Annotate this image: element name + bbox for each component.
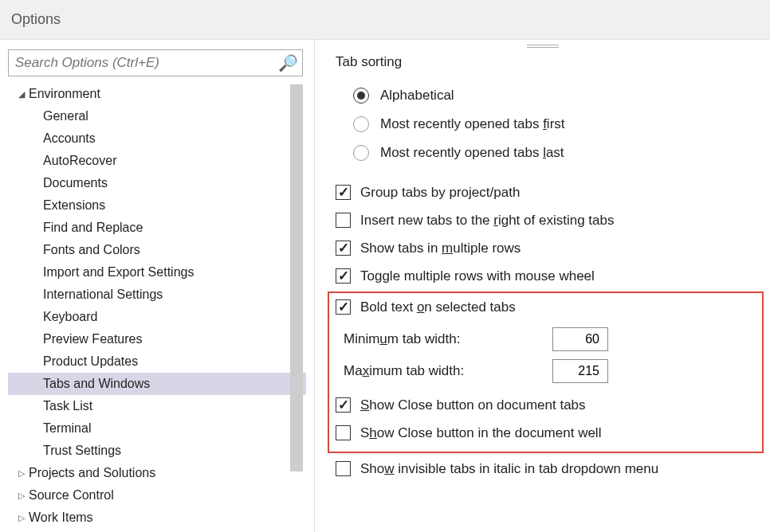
tree-item-label: Trust Settings <box>43 444 121 458</box>
tree-root-item[interactable]: ▷Work Items <box>8 507 306 522</box>
tree-item-label: Product Updates <box>43 354 138 369</box>
radio-button[interactable] <box>353 145 369 161</box>
tree-item-label: Fonts and Colors <box>43 243 140 257</box>
section-title-tab-sorting: Tab sorting <box>336 54 764 70</box>
resize-grip[interactable] <box>527 45 559 48</box>
tree-item-label: Documents <box>43 176 108 190</box>
expand-icon[interactable]: ▷ <box>16 513 27 523</box>
checkbox[interactable]: ✓ <box>336 268 351 284</box>
tree-item[interactable]: Keyboard <box>8 306 306 328</box>
tree-item[interactable]: Import and Export Settings <box>8 261 306 284</box>
tree-root-label: Work Items <box>29 510 93 522</box>
tree-item[interactable]: Fonts and Colors <box>8 239 306 261</box>
radio-dot-icon <box>357 92 365 100</box>
search-input[interactable] <box>8 49 303 76</box>
checkbox-row[interactable]: ✓Group tabs by project/path <box>336 178 764 206</box>
checkbox-label: Insert new tabs to the right of existing… <box>360 213 614 229</box>
tree-item[interactable]: AutoRecover <box>8 150 306 172</box>
checkbox-row[interactable]: ✓Show tabs in multiple rows <box>336 234 764 262</box>
checkmark-icon: ✓ <box>338 241 349 255</box>
tree-item[interactable]: Documents <box>8 172 306 194</box>
checkmark-icon: ✓ <box>338 398 349 412</box>
checkbox-label: Toggle multiple rows with mouse wheel <box>360 268 595 284</box>
checkbox-row[interactable]: Insert new tabs to the right of existing… <box>336 206 764 234</box>
min-tab-width-row: Minimum tab width: <box>344 327 756 351</box>
collapse-icon[interactable]: ◢ <box>16 89 27 100</box>
checkbox[interactable]: ✓ <box>336 241 351 256</box>
tree-item[interactable]: Tabs and Windows <box>8 373 306 395</box>
tree-item-label: Task List <box>43 399 92 413</box>
tree-item-label: Terminal <box>43 421 91 436</box>
tree-item[interactable]: Terminal <box>8 417 306 440</box>
highlighted-settings-box: ✓ Bold text on selected tabs Minimum tab… <box>328 291 764 453</box>
settings-panel: Tab sorting AlphabeticalMost recently op… <box>315 40 770 532</box>
tree-item-label: Find and Replace <box>43 221 143 235</box>
search-icon[interactable]: 🔍 <box>278 53 298 72</box>
tree-item-label: Tabs and Windows <box>43 377 150 391</box>
tree-item[interactable]: Task List <box>8 395 306 417</box>
min-tab-width-input[interactable] <box>552 327 608 351</box>
checkbox-label: Group tabs by project/path <box>360 185 520 201</box>
tree-item[interactable]: Find and Replace <box>8 217 306 239</box>
tree-item[interactable]: Accounts <box>8 127 306 150</box>
tree-item[interactable]: General <box>8 105 306 127</box>
search-container: 🔍 <box>8 49 303 76</box>
close-button-checkbox-row[interactable]: Show Close button in the document well <box>336 419 756 447</box>
tree-item-label: Keyboard <box>43 310 98 324</box>
expand-icon[interactable]: ▷ <box>16 468 27 479</box>
tree-item[interactable]: Extensions <box>8 194 306 217</box>
tree-item[interactable]: Trust Settings <box>8 440 306 462</box>
left-panel: 🔍 ◢ Environment GeneralAccountsAutoRecov… <box>0 40 315 532</box>
tree-item[interactable]: Preview Features <box>8 328 306 350</box>
tree-item-label: International Settings <box>43 288 163 302</box>
min-tab-width-label: Minimum tab width: <box>344 331 552 347</box>
tree-root-label: Environment <box>29 87 100 101</box>
max-tab-width-input[interactable] <box>552 359 608 383</box>
tree-root-item[interactable]: ▷Projects and Solutions <box>8 462 306 484</box>
checkmark-icon: ✓ <box>338 300 349 314</box>
checkbox[interactable]: ✓ <box>336 299 351 315</box>
invisible-tabs-italic-row[interactable]: Show invisible tabs in italic in tab dro… <box>336 455 764 483</box>
tree-item-label: Extensions <box>43 198 105 213</box>
checkbox[interactable] <box>336 213 351 228</box>
category-tree[interactable]: ◢ Environment GeneralAccountsAutoRecover… <box>5 81 306 522</box>
radio-label: Most recently opened tabs first <box>380 116 565 132</box>
radio-label: Most recently opened tabs last <box>380 145 564 161</box>
checkbox-label: Bold text on selected tabs <box>360 299 516 315</box>
tree-scrollbar[interactable] <box>290 84 303 471</box>
radio-button[interactable] <box>353 116 369 132</box>
content-area: 🔍 ◢ Environment GeneralAccountsAutoRecov… <box>0 40 770 532</box>
max-tab-width-label: Maximum tab width: <box>344 363 552 379</box>
tree-item[interactable]: International Settings <box>8 284 306 306</box>
tree-root-label: Projects and Solutions <box>29 466 155 480</box>
radio-option[interactable]: Most recently opened tabs last <box>353 139 764 167</box>
checkbox[interactable]: ✓ <box>336 185 351 200</box>
tree-item-label: General <box>43 109 88 123</box>
tree-root-environment[interactable]: ◢ Environment <box>8 83 306 105</box>
window-title: Options <box>11 11 61 28</box>
radio-button[interactable] <box>353 88 369 104</box>
checkbox-label: Show Close button in the document well <box>360 425 601 441</box>
tree-item[interactable]: Product Updates <box>8 350 306 373</box>
tree-root-item[interactable]: ▷Source Control <box>8 484 306 507</box>
checkmark-icon: ✓ <box>338 269 349 283</box>
tree-item-label: AutoRecover <box>43 154 117 168</box>
max-tab-width-row: Maximum tab width: <box>344 359 756 383</box>
window-titlebar: Options <box>0 0 770 40</box>
checkbox[interactable]: ✓ <box>336 397 351 413</box>
radio-option[interactable]: Most recently opened tabs first <box>353 110 764 139</box>
checkbox-label: Show invisible tabs in italic in tab dro… <box>360 461 658 477</box>
radio-option[interactable]: Alphabetical <box>353 81 764 110</box>
expand-icon[interactable]: ▷ <box>16 491 27 501</box>
tree-item-label: Import and Export Settings <box>43 265 194 280</box>
checkbox[interactable] <box>336 425 351 440</box>
checkbox-label: Show tabs in multiple rows <box>360 241 521 256</box>
checkbox-label: Show Close button on document tabs <box>360 397 586 413</box>
checkbox[interactable] <box>336 461 351 476</box>
close-button-checkbox-row[interactable]: ✓Show Close button on document tabs <box>336 391 756 419</box>
checkmark-icon: ✓ <box>338 186 349 199</box>
tree-item-label: Accounts <box>43 131 96 146</box>
bold-text-checkbox-row[interactable]: ✓ Bold text on selected tabs <box>336 293 756 321</box>
tree-root-label: Source Control <box>29 488 114 503</box>
checkbox-row[interactable]: ✓Toggle multiple rows with mouse wheel <box>336 262 764 290</box>
